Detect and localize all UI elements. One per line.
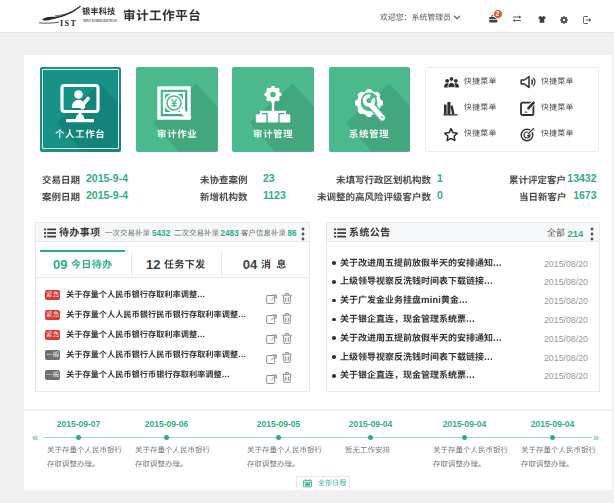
- svg-text:¥: ¥: [171, 97, 178, 109]
